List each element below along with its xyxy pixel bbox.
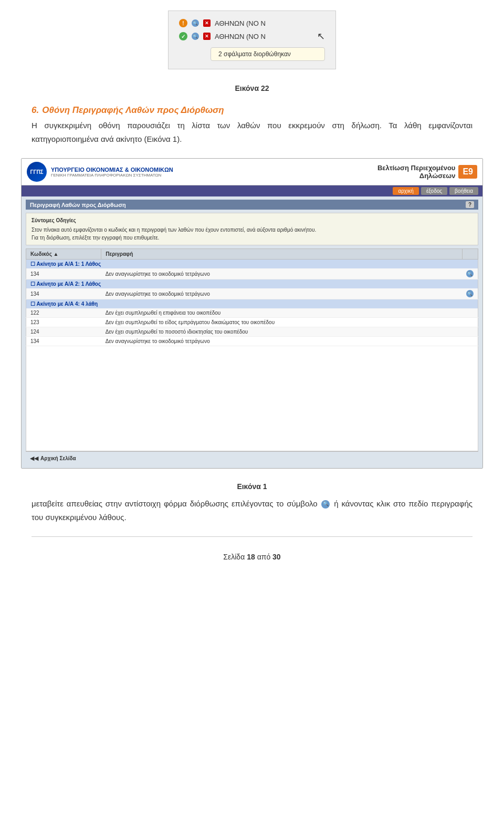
tooltip-text: 2 σφάλματα διορθώθηκαν [218, 50, 291, 58]
code-cell: 122 [26, 308, 101, 318]
warning-icon: ! [179, 19, 187, 27]
table-row[interactable]: 123 Δεν έχει συμπληρωθεί το είδος εμπράγ… [26, 318, 478, 327]
group-row-1[interactable]: ☐ Ακίνητο με Α/Α 1: 1 Λάθος [26, 260, 478, 269]
page-title-bar: Περιγραφή Λαθών προς Διόρθωση ? [26, 200, 478, 210]
app-footer[interactable]: ◀◀ Αρχική Σελίδα [26, 451, 478, 465]
section-title: Οθόνη Περιγραφής Λαθών προς Διόρθωση [42, 105, 224, 116]
action-cell[interactable]: 🔍 [462, 288, 478, 299]
page-current: 18 [247, 553, 255, 561]
action-cell [462, 327, 478, 337]
instructions-line1: Στον πίνακα αυτό εμφανίζονται ο κωδικός … [32, 226, 472, 234]
col-action [462, 249, 478, 260]
desc-cell: Δεν έχει συμπληρωθεί το είδος εμπράγματο… [101, 318, 462, 327]
org-sub: ΓΕΝΙΚΗ ΓΡΑΜΜΑΤΕΙΑ ΠΛΗΡΟΦΟΡΙΑΚΩΝ ΣΥΣΤΗΜΑΤ… [51, 173, 173, 178]
logo-text-area: ΥΠΟΥΡΓΕΙΟ ΟΙΚΟΝΟΜΙΑΣ & ΟΙΚΟΝΟΜΙΚΩΝ ΓΕΝΙΚ… [51, 167, 173, 178]
footer-separator: από [257, 553, 271, 561]
col-desc: Περιγραφή [101, 249, 462, 260]
desc-cell: Δεν έχει συμπληρωθεί το ποσοστό ιδιοκτησ… [101, 327, 462, 337]
instructions-line2: Για τη διόρθωση, επιλέξτε την εγγραφή πο… [32, 234, 472, 242]
code-cell: 134 [26, 288, 101, 299]
logo-circle: ΓΓΠΣ [27, 162, 47, 182]
nav-btn-help[interactable]: βοήθεια [449, 187, 478, 195]
nav-btn-home[interactable]: αρχική [393, 187, 419, 195]
action-cell [462, 308, 478, 318]
org-name: ΥΠΟΥΡΓΕΙΟ ΟΙΚΟΝΟΜΙΑΣ & ΟΙΚΟΝΟΜΙΚΩΝ [51, 167, 173, 173]
desc-cell: Δεν αναγνωρίστηκε το οικοδομικό τετράγων… [101, 337, 462, 346]
footer-home-btn[interactable]: Αρχική Σελίδα [40, 455, 76, 461]
code-cell: 124 [26, 327, 101, 337]
body-text-1: Η συγκεκριμένη οθόνη παρουσιάζει τη λίστ… [0, 119, 504, 153]
section-heading-area: 6. Οθόνη Περιγραφής Λαθών προς Διόρθωση [0, 100, 504, 119]
title-line2: Δηλώσεων [377, 172, 456, 180]
help-button[interactable]: ? [466, 201, 474, 208]
cursor-arrow: ↖ [317, 30, 325, 42]
app-content: Περιγραφή Λαθών προς Διόρθωση ? Σύντομες… [22, 196, 482, 468]
screenshot-row-2: ✓ 🔍 ✕ ΑΘΗΝΩΝ (ΝΟ Ν ↖ [179, 30, 325, 42]
table-row[interactable]: 122 Δεν έχει συμπληρωθεί η επιφάνεια του… [26, 308, 478, 318]
screenshot-row-1: ! 🔍 ✕ ΑΘΗΝΩΝ (ΝΟ Ν [179, 19, 325, 27]
code-cell: 134 [26, 268, 101, 279]
tooltip-box: 2 σφάλματα διορθώθηκαν [211, 47, 325, 61]
desc-cell: Δεν αναγνωρίστηκε το οικοδομικό τετράγων… [101, 288, 462, 299]
instructions-box: Σύντομες Οδηγίες Στον πίνακα αυτό εμφανί… [26, 213, 478, 245]
e9-badge: E9 [458, 165, 477, 179]
app-logo-area: ΓΓΠΣ ΥΠΟΥΡΓΕΙΟ ΟΙΚΟΝΟΜΙΑΣ & ΟΙΚΟΝΟΜΙΚΩΝ … [27, 162, 173, 182]
footer-text: Σελίδα [223, 553, 245, 561]
desc-cell: Δεν έχει συμπληρωθεί η επιφάνεια του οικ… [101, 308, 462, 318]
col-code: Κωδικός ▲ [26, 249, 101, 260]
section-number: 6. [32, 105, 39, 116]
desc-cell: Δεν αναγνωρίστηκε το οικοδομικό τετράγων… [101, 268, 462, 279]
group-label-1[interactable]: ☐ Ακίνητο με Α/Α 1: 1 Λάθος [26, 260, 478, 269]
table-row[interactable]: 134 Δεν αναγνωρίστηκε το οικοδομικό τετρ… [26, 268, 478, 279]
code-cell: 123 [26, 318, 101, 327]
logo-text: ΓΓΠΣ [30, 169, 43, 175]
row2-text: ΑΘΗΝΩΝ (ΝΟ Ν [215, 33, 313, 40]
close-icon-1[interactable]: ✕ [203, 19, 211, 27]
app-title-right: Βελτίωση Περιεχομένου Δηλώσεων E9 [377, 164, 477, 180]
nav-btn-exit[interactable]: έξοδος [421, 187, 447, 195]
title-text: Βελτίωση Περιεχομένου Δηλώσεων [377, 164, 456, 180]
search-icon-inline: 🔍 [321, 500, 330, 509]
app-header: ΓΓΠΣ ΥΠΟΥΡΓΕΙΟ ΟΙΚΟΝΟΜΙΑΣ & ΟΙΚΟΝΟΜΙΚΩΝ … [22, 159, 482, 185]
action-cell [462, 318, 478, 327]
app-nav: αρχική έξοδος βοήθεια [22, 185, 482, 196]
errors-table: Κωδικός ▲ Περιγραφή ☐ Ακίνητο με Α/Α 1: … [26, 248, 478, 451]
check-icon[interactable]: ✓ [179, 32, 187, 40]
bottom-text: μεταβείτε απευθείας στην αντίστοιχη φόρμ… [0, 497, 504, 531]
magnifier-icon-2[interactable]: 🔍 [192, 33, 199, 40]
bottom-line1: μεταβείτε απευθείας στην αντίστοιχη φόρμ… [32, 499, 318, 508]
action-cell[interactable]: 🔍 [462, 268, 478, 279]
page-total: 30 [272, 553, 281, 561]
title-line1: Βελτίωση Περιεχομένου [377, 164, 456, 172]
search-icon[interactable]: 🔍 [466, 290, 474, 297]
figure1-label: Εικόνα 1 [0, 474, 504, 497]
home-arrow-icon: ◀◀ [30, 455, 38, 462]
screenshot-box: ! 🔍 ✕ ΑΘΗΝΩΝ (ΝΟ Ν ✓ 🔍 ✕ ΑΘΗΝΩΝ (ΝΟ Ν ↖ … [168, 11, 336, 69]
page-footer: Σελίδα 18 από 30 [32, 536, 472, 572]
magnifier-icon-1[interactable]: 🔍 [192, 19, 199, 27]
code-cell: 134 [26, 337, 101, 346]
empty-row [26, 346, 478, 451]
app-screenshot: ΓΓΠΣ ΥΠΟΥΡΓΕΙΟ ΟΙΚΟΝΟΜΙΑΣ & ΟΙΚΟΝΟΜΙΚΩΝ … [21, 158, 483, 469]
page-title: Περιγραφή Λαθών προς Διόρθωση [30, 202, 126, 208]
instructions-title: Σύντομες Οδηγίες [32, 216, 472, 224]
figure22-label: Εικόνα 22 [0, 75, 504, 100]
search-icon[interactable]: 🔍 [466, 270, 474, 277]
table-row[interactable]: 134 Δεν αναγνωρίστηκε το οικοδομικό τετρ… [26, 337, 478, 346]
group-row-3[interactable]: ☐ Ακίνητο με Α/Α 4: 4 λάθη [26, 299, 478, 309]
table-row[interactable]: 124 Δεν έχει συμπληρωθεί το ποσοστό ιδιο… [26, 327, 478, 337]
close-icon-2[interactable]: ✕ [203, 33, 211, 40]
action-cell [462, 337, 478, 346]
table-row[interactable]: 134 Δεν αναγνωρίστηκε το οικοδομικό τετρ… [26, 288, 478, 299]
row1-text: ΑΘΗΝΩΝ (ΝΟ Ν [215, 19, 325, 27]
group-row-2[interactable]: ☐ Ακίνητο με Α/Α 2: 1 Λάθος [26, 279, 478, 289]
group-label-3[interactable]: ☐ Ακίνητο με Α/Α 4: 4 λάθη [26, 299, 478, 309]
group-label-2[interactable]: ☐ Ακίνητο με Α/Α 2: 1 Λάθος [26, 279, 478, 289]
top-screenshot: ! 🔍 ✕ ΑΘΗΝΩΝ (ΝΟ Ν ✓ 🔍 ✕ ΑΘΗΝΩΝ (ΝΟ Ν ↖ … [0, 0, 504, 75]
table-header-row: Κωδικός ▲ Περιγραφή [26, 249, 478, 260]
